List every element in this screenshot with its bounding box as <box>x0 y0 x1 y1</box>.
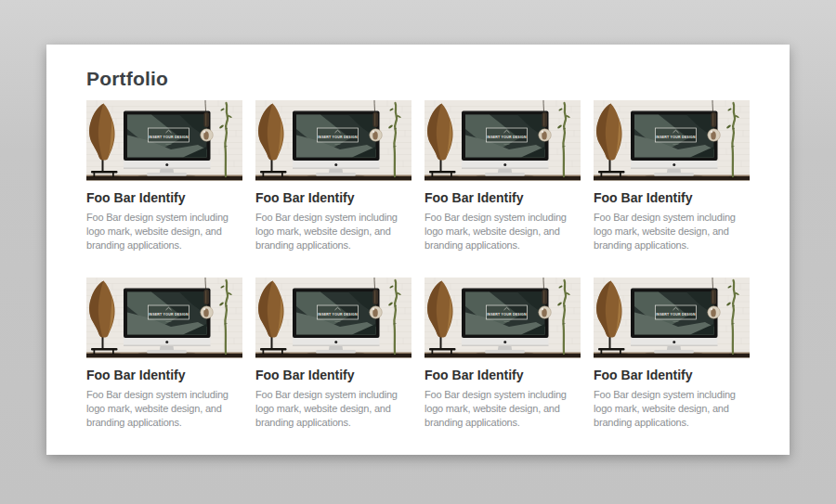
portfolio-item-description: Foo Bar design system including logo mar… <box>594 388 750 430</box>
portfolio-thumbnail[interactable]: INSERT YOUR DESIGN <box>425 278 581 358</box>
portfolio-item-title: Foo Bar Identify <box>255 189 411 206</box>
portfolio-item-title: Foo Bar Identify <box>255 367 411 383</box>
screen-text-frame: INSERT YOUR DESIGN <box>318 305 359 322</box>
screen-text-frame: INSERT YOUR DESIGN <box>318 128 359 145</box>
portfolio-grid: INSERT YOUR DESIGN <box>86 100 750 430</box>
mockup-screen-text: INSERT YOUR DESIGN <box>487 313 527 317</box>
apple-logo-icon <box>673 341 675 343</box>
portfolio-thumbnail[interactable]: INSERT YOUR DESIGN <box>425 100 581 181</box>
portfolio-item-title: Foo Bar Identify <box>594 367 750 383</box>
portfolio-card[interactable]: INSERT YOUR DESIGN <box>594 100 750 252</box>
imac-chin <box>124 338 211 346</box>
portfolio-item-description: Foo Bar design system including logo mar… <box>86 388 242 430</box>
portfolio-card[interactable]: INSERT YOUR DESIGN <box>425 100 581 252</box>
portfolio-card[interactable]: INSERT YOUR DESIGN <box>255 100 411 252</box>
portfolio-item-title: Foo Bar Identify <box>594 189 750 206</box>
imac-chin <box>631 338 718 346</box>
screen-text-frame: INSERT YOUR DESIGN <box>487 128 528 145</box>
portfolio-item-title: Foo Bar Identify <box>86 367 242 383</box>
mockup-screen-text: INSERT YOUR DESIGN <box>149 313 189 317</box>
mockup-screen-text: INSERT YOUR DESIGN <box>656 136 696 139</box>
portfolio-card[interactable]: INSERT YOUR DESIGN <box>255 278 411 430</box>
page-title: Portfolio <box>86 69 750 89</box>
imac-chin <box>293 161 380 169</box>
content-panel: Portfolio <box>46 45 790 455</box>
imac-desk-mockup-image: INSERT YOUR DESIGN <box>255 278 411 358</box>
screen-text-frame: INSERT YOUR DESIGN <box>656 305 697 322</box>
apple-logo-icon <box>334 163 337 166</box>
portfolio-card[interactable]: INSERT YOUR DESIGN <box>86 100 242 252</box>
apple-logo-icon <box>673 163 675 166</box>
imac-computer: INSERT YOUR DESIGN <box>293 111 380 178</box>
portfolio-item-title: Foo Bar Identify <box>86 189 242 206</box>
portfolio-thumbnail[interactable]: INSERT YOUR DESIGN <box>86 100 242 181</box>
imac-chin <box>124 161 211 169</box>
apple-logo-icon <box>334 341 337 343</box>
imac-computer: INSERT YOUR DESIGN <box>462 289 549 355</box>
imac-computer: INSERT YOUR DESIGN <box>631 111 718 178</box>
portfolio-item-description: Foo Bar design system including logo mar… <box>255 388 411 430</box>
imac-computer: INSERT YOUR DESIGN <box>631 289 718 355</box>
portfolio-item-description: Foo Bar design system including logo mar… <box>594 211 750 252</box>
apple-logo-icon <box>165 341 168 343</box>
portfolio-card[interactable]: INSERT YOUR DESIGN <box>425 278 581 430</box>
portfolio-card[interactable]: INSERT YOUR DESIGN <box>594 278 750 430</box>
mockup-screen-text: INSERT YOUR DESIGN <box>318 136 358 139</box>
mockup-screen-text: INSERT YOUR DESIGN <box>318 313 358 317</box>
imac-computer: INSERT YOUR DESIGN <box>293 289 380 355</box>
mockup-screen-text: INSERT YOUR DESIGN <box>149 136 189 139</box>
screen-text-frame: INSERT YOUR DESIGN <box>487 305 528 322</box>
portfolio-card[interactable]: INSERT YOUR DESIGN <box>86 278 242 430</box>
imac-desk-mockup-image: INSERT YOUR DESIGN <box>86 278 242 358</box>
screen-text-frame: INSERT YOUR DESIGN <box>149 305 189 322</box>
imac-chin <box>462 161 549 169</box>
portfolio-item-title: Foo Bar Identify <box>425 367 581 383</box>
portfolio-item-description: Foo Bar design system including logo mar… <box>425 388 581 430</box>
imac-computer: INSERT YOUR DESIGN <box>124 289 211 355</box>
apple-logo-icon <box>165 163 168 166</box>
screen-text-frame: INSERT YOUR DESIGN <box>149 128 189 145</box>
mockup-screen-text: INSERT YOUR DESIGN <box>487 136 527 139</box>
imac-desk-mockup-image: INSERT YOUR DESIGN <box>425 278 581 358</box>
imac-chin <box>631 161 718 169</box>
portfolio-thumbnail[interactable]: INSERT YOUR DESIGN <box>594 100 750 181</box>
imac-desk-mockup-image: INSERT YOUR DESIGN <box>425 100 581 181</box>
screen-text-frame: INSERT YOUR DESIGN <box>656 128 697 145</box>
portfolio-item-description: Foo Bar design system including logo mar… <box>86 211 242 252</box>
imac-desk-mockup-image: INSERT YOUR DESIGN <box>594 100 750 181</box>
imac-chin <box>462 338 549 346</box>
portfolio-thumbnail[interactable]: INSERT YOUR DESIGN <box>255 100 411 181</box>
imac-desk-mockup-image: INSERT YOUR DESIGN <box>255 100 411 181</box>
portfolio-thumbnail[interactable]: INSERT YOUR DESIGN <box>255 278 411 358</box>
apple-logo-icon <box>503 163 506 166</box>
imac-computer: INSERT YOUR DESIGN <box>124 111 211 178</box>
apple-logo-icon <box>503 341 506 343</box>
portfolio-item-title: Foo Bar Identify <box>425 189 581 206</box>
imac-computer: INSERT YOUR DESIGN <box>462 111 549 178</box>
imac-desk-mockup-image: INSERT YOUR DESIGN <box>594 278 750 358</box>
portfolio-thumbnail[interactable]: INSERT YOUR DESIGN <box>86 278 242 358</box>
mockup-screen-text: INSERT YOUR DESIGN <box>656 313 696 317</box>
imac-chin <box>293 338 380 346</box>
imac-desk-mockup-image: INSERT YOUR DESIGN <box>86 100 242 181</box>
portfolio-item-description: Foo Bar design system including logo mar… <box>425 211 581 252</box>
portfolio-item-description: Foo Bar design system including logo mar… <box>255 211 411 252</box>
portfolio-thumbnail[interactable]: INSERT YOUR DESIGN <box>594 278 750 358</box>
